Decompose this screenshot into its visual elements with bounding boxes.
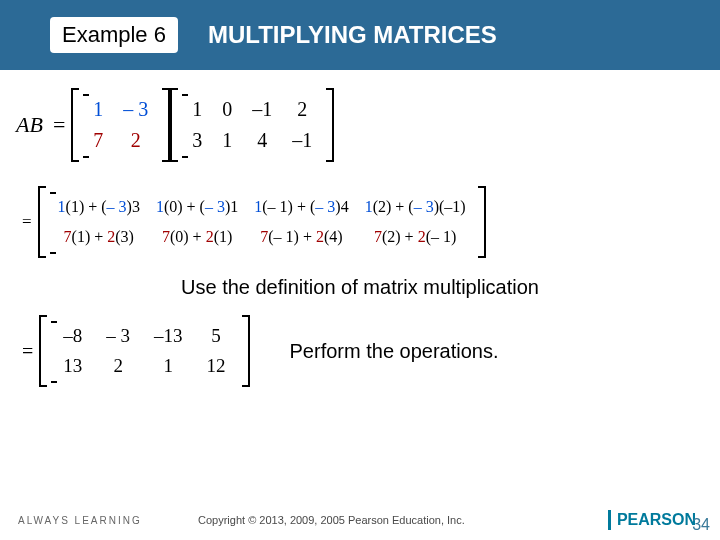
caption-definition: Use the definition of matrix multiplicat… (16, 276, 704, 299)
matrix-cell: 3 (182, 125, 212, 156)
matrix-cell: 7(– 1) + 2(4) (246, 222, 356, 252)
slide-header: Example 6 MULTIPLYING MATRICES (0, 0, 720, 70)
equation-expanded: = 1(1) + (– 3)31(0) + (– 3)11(– 1) + (– … (16, 186, 704, 258)
matrix-cell: 2 (282, 94, 322, 125)
matrix-cell: 4 (242, 125, 282, 156)
slide-title: MULTIPLYING MATRICES (208, 21, 497, 49)
matrix-cell: 5 (195, 321, 238, 351)
matrix-cell: 0 (212, 94, 242, 125)
matrix-cell: 7(1) + 2(3) (50, 222, 148, 252)
matrix-cell: 1(– 1) + (– 3)4 (246, 192, 356, 222)
matrix-cell: 2 (113, 125, 158, 156)
slide-footer: ALWAYS LEARNING Copyright © 2013, 2009, … (0, 500, 720, 540)
matrix-cell: 2 (94, 351, 142, 381)
pearson-logo: PEARSON (608, 510, 696, 530)
page-number: 34 (692, 516, 710, 534)
matrix-cell: 1 (182, 94, 212, 125)
matrix-cell: – 3 (113, 94, 158, 125)
matrix-cell: 13 (51, 351, 94, 381)
matrix-cell: 1(2) + (– 3)(–1) (357, 192, 474, 222)
equation-ab: AB = 1 – 3 7 2 1 0 –1 (16, 88, 704, 162)
equals-sign: = (53, 112, 65, 138)
matrix-cell: – 3 (94, 321, 142, 351)
always-learning-label: ALWAYS LEARNING (18, 515, 188, 526)
matrix-cell: 7(2) + 2(– 1) (357, 222, 474, 252)
equals-sign: = (22, 212, 32, 232)
equation-result: = –8 – 3 –13 5 13 2 1 12 (16, 315, 250, 387)
pearson-bar-icon (608, 510, 611, 530)
matrix-cell: –1 (282, 125, 322, 156)
copyright-text: Copyright © 2013, 2009, 2005 Pearson Edu… (198, 514, 465, 526)
matrix-cell: 1 (83, 94, 113, 125)
matrix-b: 1 0 –1 2 3 1 4 –1 (170, 88, 334, 162)
matrix-result: –8 – 3 –13 5 13 2 1 12 (39, 315, 249, 387)
ab-label: AB (16, 112, 43, 138)
matrix-cell: 1(1) + (– 3)3 (50, 192, 148, 222)
matrix-cell: 1 (142, 351, 195, 381)
matrix-expanded: 1(1) + (– 3)31(0) + (– 3)11(– 1) + (– 3)… (38, 186, 486, 258)
matrix-cell: 1(0) + (– 3)1 (148, 192, 246, 222)
matrix-cell: 7 (83, 125, 113, 156)
matrix-cell: –8 (51, 321, 94, 351)
slide-content: AB = 1 – 3 7 2 1 0 –1 (0, 70, 720, 387)
example-chip: Example 6 (50, 17, 178, 53)
caption-perform: Perform the operations. (290, 340, 499, 363)
matrix-cell: 1 (212, 125, 242, 156)
matrix-cell: –13 (142, 321, 195, 351)
matrix-cell: –1 (242, 94, 282, 125)
equals-sign: = (22, 340, 33, 363)
matrix-cell: 12 (195, 351, 238, 381)
matrix-a: 1 – 3 7 2 (71, 88, 170, 162)
pearson-brand-text: PEARSON (617, 511, 696, 529)
matrix-cell: 7(0) + 2(1) (148, 222, 246, 252)
